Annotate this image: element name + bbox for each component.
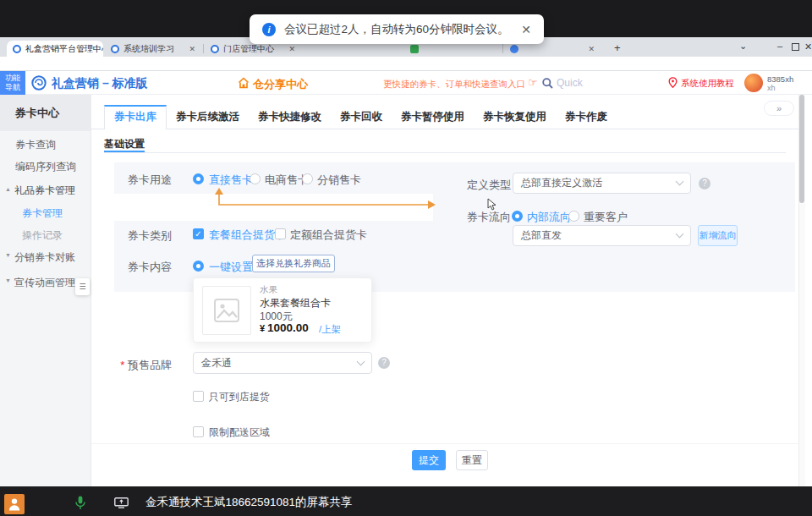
radio-key-customer[interactable] (568, 211, 579, 222)
toast-close-icon[interactable]: ✕ (521, 23, 531, 36)
tab-card-out[interactable]: 券卡出库 (104, 105, 167, 129)
sidebar-item-op-log[interactable]: 操作记录 (22, 228, 63, 243)
chevron-down-icon (357, 357, 365, 365)
subtab-basic-settings[interactable]: 基础设置 (104, 137, 145, 151)
sidebar-collapse-handle[interactable]: ☰ (75, 278, 90, 295)
new-tab-button[interactable]: + (614, 41, 621, 54)
required-asterisk: * (120, 359, 124, 371)
sidebar-group-animation[interactable]: 宣传动画管理 (14, 276, 75, 290)
sidebar-item-card-query[interactable]: 券卡查询 (15, 138, 56, 152)
tab-activate[interactable]: 券卡后续激活 (167, 105, 249, 129)
screen-share-icon (114, 497, 129, 508)
window-minimize-button[interactable]: – (777, 41, 782, 51)
sidebar-title: 券卡中心 (0, 95, 91, 131)
add-flow-button[interactable]: 新增流向 (698, 225, 738, 246)
green-favicon (410, 45, 419, 53)
flow-select[interactable]: 总部直发 (513, 225, 691, 246)
scrollbar-thumb[interactable] (799, 95, 804, 203)
location-pin-icon (668, 77, 678, 88)
brand-title: 礼盒营销 – 标准版 (52, 76, 148, 91)
mouse-cursor (487, 198, 497, 211)
price-currency: ¥ (260, 323, 265, 333)
tab-close-icon[interactable]: ✕ (588, 45, 595, 53)
radio-internal-flow-label[interactable]: 内部流向 (527, 210, 571, 225)
share-center-house-icon[interactable] (238, 77, 250, 89)
browser-tab-2[interactable]: 系统培训学习 ✕ (105, 41, 201, 57)
sidebar-item-code-query[interactable]: 编码序列查询 (15, 160, 76, 174)
sidebar-item-card-mgmt[interactable]: 券卡管理 (22, 206, 63, 221)
submit-button[interactable]: 提交 (412, 450, 446, 470)
chevron-down-icon (676, 178, 684, 186)
card-content-label: 券卡内容 (102, 260, 172, 275)
blue-favicon (510, 45, 518, 53)
tab-search-chevron-icon[interactable]: ⌄ (739, 41, 747, 52)
help-icon[interactable]: ? (378, 357, 390, 369)
define-type-label: 定义类型 (440, 178, 511, 193)
radio-one-key-setup[interactable] (193, 261, 204, 272)
select-goods-button[interactable]: 选择兑换礼券商品 (252, 255, 335, 272)
presale-brand-select[interactable]: 金禾通 (193, 352, 372, 374)
tab-close-icon[interactable]: ✕ (189, 45, 195, 53)
checkbox-limit-region[interactable] (193, 426, 204, 437)
product-name: 水果套餐组合卡 (260, 296, 331, 310)
user-sub: xh (767, 84, 776, 92)
browser-tab-title: 礼盒营销平台管理中心 (25, 43, 103, 55)
radio-direct-sale[interactable] (193, 173, 204, 184)
sidebar-group-gift-cards[interactable]: 礼品券卡管理 (14, 184, 75, 198)
user-avatar[interactable] (744, 74, 763, 92)
define-type-select[interactable]: 总部直接定义激活 (513, 173, 691, 194)
checkbox-store-pickup[interactable] (193, 391, 204, 402)
browser-tab-1[interactable]: 礼盒营销平台管理中心 ✕ (7, 41, 103, 57)
microphone-icon (75, 496, 85, 510)
tab-separator (203, 44, 204, 53)
checkbox-combo-card[interactable]: ✓ (193, 228, 204, 239)
site-favicon (13, 45, 21, 53)
radio-distribution-sale[interactable] (302, 173, 313, 184)
product-category: 水果 (260, 284, 277, 296)
checkbox-store-pickup-label[interactable]: 只可到店提货 (209, 390, 270, 404)
tab-void[interactable]: 券卡作废 (556, 105, 617, 129)
quick-search-label[interactable]: Quick (557, 77, 583, 89)
info-icon: i (262, 23, 276, 36)
sidebar-group-distribution[interactable]: 分销券卡对账 (14, 250, 75, 265)
radio-internal-flow[interactable] (512, 211, 523, 222)
tab-suspend[interactable]: 券卡暂停使用 (392, 105, 474, 129)
checkbox-fixed-card-label[interactable]: 定额组合提货卡 (290, 228, 367, 243)
caret-up-icon: ▲ (5, 186, 11, 192)
card-flow-label: 券卡流向 (440, 210, 511, 225)
reset-button[interactable]: 重置 (456, 450, 488, 470)
product-status-link[interactable]: /上架 (319, 323, 341, 336)
presale-brand-label: * 预售品牌 (102, 358, 172, 373)
window-maximize-button[interactable] (792, 43, 799, 51)
app-logo (31, 75, 47, 91)
radio-one-key-setup-label[interactable]: 一键设置 (209, 260, 253, 275)
function-nav-toggle[interactable]: 功能 导航 (0, 71, 25, 95)
quick-entry-link[interactable]: 更快捷的券卡、订单和快递查询入口 (383, 79, 525, 91)
tab-separator (502, 44, 503, 53)
checkbox-limit-region-label[interactable]: 限制配送区域 (209, 425, 270, 440)
window-close-button[interactable]: ✕ (804, 41, 812, 52)
pointing-hand-icon: ☞ (528, 76, 538, 89)
share-center-link[interactable]: 仓分享中心 (253, 77, 308, 92)
product-image-placeholder (202, 286, 251, 335)
share-text: 金禾通技术王斌18662591081的屏幕共享 (145, 495, 353, 510)
radio-key-customer-label[interactable]: 重要客户 (584, 210, 628, 225)
quick-search-icon[interactable] (542, 78, 553, 89)
radio-direct-sale-label[interactable]: 直接售卡 (209, 173, 253, 188)
tutorial-link[interactable]: 系统使用教程 (681, 78, 734, 90)
subtab-divider (104, 152, 786, 153)
product-price: 1000.00 (267, 321, 309, 334)
tab-quick-edit[interactable]: 券卡快捷修改 (249, 105, 331, 129)
checkbox-fixed-card[interactable] (275, 228, 286, 239)
tab-close-icon[interactable]: ✕ (288, 45, 295, 53)
meeting-toast: i 会议已超过2人，自动转为60分钟限时会议。 ✕ (250, 14, 544, 44)
tab-resume[interactable]: 券卡恢复使用 (474, 105, 556, 129)
radio-distribution-sale-label[interactable]: 分销售卡 (317, 173, 361, 188)
tabs-overflow-button[interactable]: » (764, 101, 794, 116)
help-icon[interactable]: ? (699, 178, 710, 189)
product-card: 水果 水果套餐组合卡 1000元 ¥ 1000.00 /上架 (193, 277, 372, 343)
caret-down-icon: ▼ (5, 252, 11, 258)
radio-ecommerce-sale[interactable] (250, 173, 261, 184)
chevron-down-icon (676, 230, 684, 239)
tab-recycle[interactable]: 券卡回收 (331, 105, 392, 129)
